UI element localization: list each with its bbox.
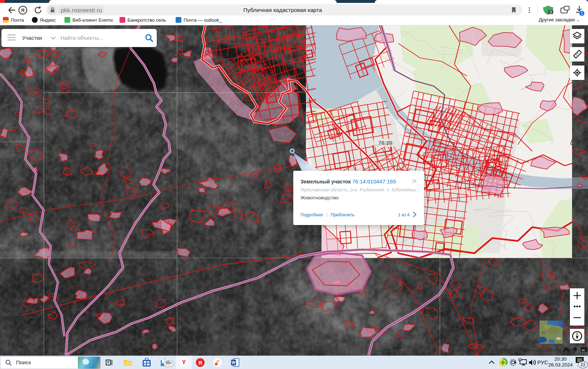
svg-text:Я: Я [21,8,24,13]
svg-text:3 км: 3 км [392,345,402,351]
svg-text:1: 1 [581,12,583,16]
svg-text:76:20: 76:20 [378,140,392,146]
svg-text:3: 3 [550,10,552,14]
svg-text:Y: Y [182,359,186,366]
svg-text:ПКК © Росреестр 2010-2024 ГЕЭК: ПКК © Росреестр 2010-2024 ГЕЭКО © Росрее… [448,348,559,352]
svg-text:Я: Я [198,360,202,366]
svg-text:W: W [232,360,236,365]
